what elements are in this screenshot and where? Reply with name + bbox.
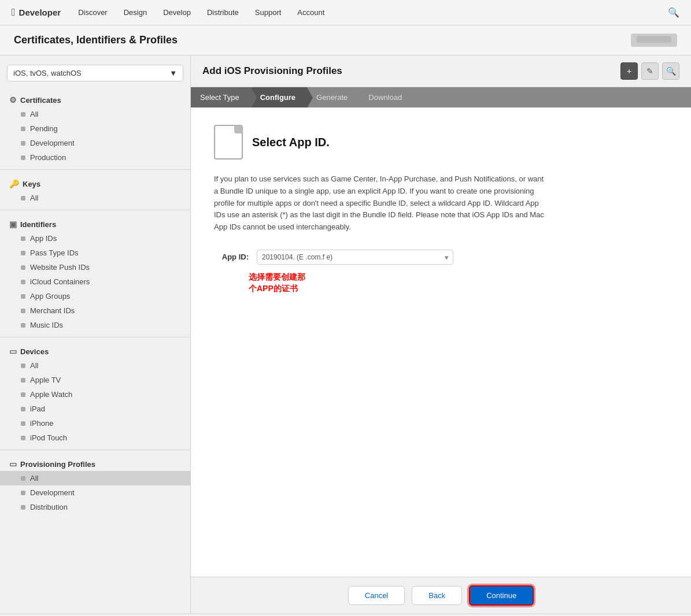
annotation-bubble: 选择需要创建那个APP的证书 [249,272,668,294]
bullet-icon [21,265,25,270]
brand-name: Developer [19,8,61,17]
certificates-icon: ⚙ [9,95,17,105]
app-id-row: App ID: 20190104. (E .com.f e) [214,250,668,265]
nav-design[interactable]: Design [124,8,147,17]
nav-distribute[interactable]: Distribute [207,8,239,17]
bullet-icon [21,323,25,328]
divider [0,450,190,450]
bullet-icon [21,280,25,284]
sidebar-item-certificates-production[interactable]: Production [0,150,190,165]
page-footer: Copyright © 2019 Apple Inc. All rights r… [0,614,691,616]
content-area: Add iOS Provisioning Profiles + ✎ 🔍 Sele… [191,55,691,614]
sidebar-item-provisioning-all[interactable]: All [0,471,190,485]
sidebar-section-keys: 🔑 Keys [0,175,190,191]
account-badge [631,34,677,47]
bullet-icon [21,112,25,117]
step-configure: Configure [251,87,307,107]
sidebar-section-devices-label: Devices [20,347,49,356]
sidebar-item-app-groups[interactable]: App Groups [0,289,190,303]
sidebar-item-devices-all[interactable]: All [0,358,190,373]
top-nav-links: Discover Design Develop Distribute Suppo… [78,8,668,17]
bullet-icon [21,363,25,368]
sidebar-item-pass-type-ids[interactable]: Pass Type IDs [0,246,190,260]
sidebar-item-apple-tv[interactable]: Apple TV [0,373,190,387]
back-button[interactable]: Back [412,586,462,605]
toolbar-icons: + ✎ 🔍 [620,62,679,80]
nav-support[interactable]: Support [255,8,282,17]
bullet-icon [21,155,25,160]
sidebar-item-music-ids[interactable]: Music IDs [0,318,190,332]
header-bar: Certificates, Identifiers & Profiles [0,25,691,55]
sidebar-section-provisioning-label: Provisioning Profiles [20,460,95,469]
cancel-button[interactable]: Cancel [348,586,405,605]
bullet-icon [21,505,25,510]
sidebar-item-apple-watch[interactable]: Apple Watch [0,387,190,402]
content-title: Add iOS Provisioning Profiles [202,65,342,77]
bullet-icon [21,421,25,426]
divider [0,169,190,170]
add-button[interactable]: + [620,62,638,80]
footer-buttons: Cancel Back Continue [191,577,691,614]
apple-logo-icon:  [12,6,16,18]
sidebar-item-provisioning-distribution[interactable]: Distribution [0,500,190,514]
bullet-icon [21,491,25,495]
description-text: If you plan to use services such as Game… [214,173,549,233]
sidebar: iOS, tvOS, watchOS ▼ ⚙ Certificates All … [0,55,191,614]
app-id-select[interactable]: 20190104. (E .com.f e) [257,250,453,265]
divider [0,337,190,337]
sidebar-item-provisioning-development[interactable]: Development [0,485,190,500]
sidebar-section-keys-label: Keys [23,180,40,188]
bullet-icon [21,309,25,313]
main-layout: iOS, tvOS, watchOS ▼ ⚙ Certificates All … [0,55,691,614]
search-button[interactable]: 🔍 [662,62,679,80]
bullet-icon [21,436,25,440]
keys-icon: 🔑 [9,179,19,188]
bullet-icon [21,141,25,146]
sidebar-item-website-push-ids[interactable]: Website Push IDs [0,260,190,274]
sidebar-item-certificates-development[interactable]: Development [0,136,190,150]
step-generate: Generate [307,87,359,107]
file-icon [214,125,243,159]
bullet-icon [21,476,25,481]
sidebar-section-identifiers-label: Identifiers [20,220,56,229]
sidebar-section-certificates-label: Certificates [20,96,61,105]
select-app-id-header: Select App ID. [214,125,668,159]
chevron-down-icon: ▼ [169,69,177,77]
sidebar-section-provisioning: ▭ Provisioning Profiles [0,455,190,471]
step-generate-label: Generate [316,93,348,102]
sidebar-section-identifiers: ▣ Identifiers [0,215,190,231]
search-icon[interactable]: 🔍 [668,7,679,18]
bullet-icon [21,407,25,411]
page-title: Certificates, Identifiers & Profiles [14,34,178,46]
sidebar-item-app-ids[interactable]: App IDs [0,231,190,246]
step-configure-label: Configure [260,93,295,102]
sidebar-item-icloud-containers[interactable]: iCloud Containers [0,274,190,289]
sidebar-item-ipad[interactable]: iPad [0,402,190,416]
bullet-icon [21,251,25,255]
sidebar-item-merchant-ids[interactable]: Merchant IDs [0,303,190,318]
nav-discover[interactable]: Discover [78,8,108,17]
bullet-icon [21,196,25,201]
platform-dropdown-label: iOS, tvOS, watchOS [13,69,82,77]
step-select-type: Select Type [191,87,251,107]
edit-button[interactable]: ✎ [641,62,659,80]
sidebar-item-certificates-all[interactable]: All [0,107,190,121]
bullet-icon [21,236,25,241]
sidebar-section-devices: ▭ Devices [0,342,190,358]
step-download-label: Download [368,93,402,102]
top-navigation:  Developer Discover Design Develop Dist… [0,0,691,25]
bullet-icon [21,392,25,397]
annotation-text: 选择需要创建那个APP的证书 [249,272,668,294]
identifiers-icon: ▣ [9,220,17,229]
step-select-type-label: Select Type [200,93,239,102]
app-id-select-wrapper: 20190104. (E .com.f e) [257,250,453,265]
sidebar-item-keys-all[interactable]: All [0,191,190,205]
nav-account[interactable]: Account [297,8,324,17]
platform-dropdown[interactable]: iOS, tvOS, watchOS ▼ [7,65,183,81]
sidebar-item-certificates-pending[interactable]: Pending [0,121,190,136]
sidebar-item-ipod-touch[interactable]: iPod Touch [0,431,190,445]
select-app-id-title: Select App ID. [252,136,330,149]
continue-button[interactable]: Continue [469,585,534,606]
sidebar-item-iphone[interactable]: iPhone [0,416,190,431]
nav-develop[interactable]: Develop [163,8,191,17]
